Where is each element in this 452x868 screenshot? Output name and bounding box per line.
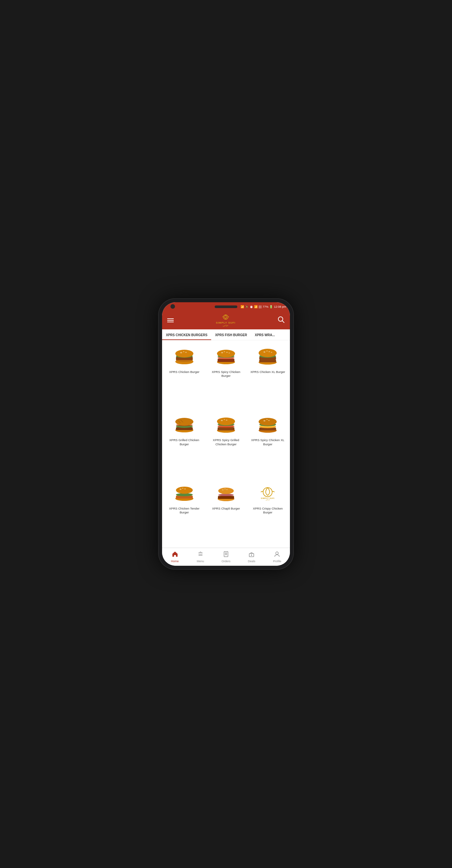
svg-point-9	[183, 351, 184, 352]
home-label: Home	[171, 560, 179, 563]
product-name: XPRS Spicy Grilled Chicken Burger	[207, 438, 244, 446]
tab-fish-burger[interactable]: XPRS FISH BURGER	[211, 330, 251, 340]
screen: 📶 🔕 ⏰ 📶 |||| 77% 🔋 12:08 pm	[162, 302, 290, 566]
product-image	[170, 345, 199, 368]
svg-point-71	[200, 552, 201, 553]
nav-orders[interactable]: Orders	[213, 551, 238, 563]
product-name: XPRS Crispy Chicken Burger	[250, 507, 286, 515]
product-item[interactable]: XPRS Spicy Chicken XL Burger	[248, 411, 287, 476]
svg-point-64	[224, 488, 226, 489]
menu-label: Menu	[197, 560, 204, 563]
svg-point-62	[222, 489, 223, 490]
speaker	[215, 306, 237, 308]
svg-point-6	[175, 350, 193, 358]
svg-point-41	[226, 420, 227, 421]
logo-icon	[221, 314, 230, 321]
product-name: XPRS Spicy Chicken XL Burger	[250, 438, 286, 446]
hamburger-menu-button[interactable]	[167, 318, 174, 322]
product-image	[212, 345, 240, 368]
svg-point-15	[221, 352, 223, 353]
svg-point-50	[266, 419, 268, 420]
svg-point-57	[182, 488, 183, 489]
product-image: SIMPLY SUFI خپاس	[253, 482, 282, 505]
product-name: XPRS Chicken Tender Burger	[166, 507, 202, 515]
svg-point-16	[226, 352, 228, 353]
deals-icon	[248, 551, 255, 559]
product-item[interactable]: XPRS Spicy Grilled Chicken Burger	[206, 411, 246, 476]
svg-point-26	[266, 351, 268, 352]
alarm-icon: ⏰	[250, 305, 253, 308]
product-name: XPRS Grilled Chicken Burger	[166, 438, 202, 446]
product-item[interactable]: XPRS Spicy Chicken Burger	[206, 343, 246, 408]
nav-deals[interactable]: Deals	[239, 551, 264, 563]
product-image	[253, 414, 282, 436]
volume-icon: 🔕	[245, 305, 249, 308]
product-image	[212, 482, 240, 505]
tab-chicken-burgers[interactable]: XPRS CHICKEN BURGERS	[162, 330, 211, 340]
svg-point-61	[218, 488, 234, 494]
search-button[interactable]	[278, 316, 285, 325]
product-name: XPRS Chapli Burger	[212, 507, 240, 510]
svg-point-47	[259, 418, 277, 426]
deals-label: Deals	[248, 560, 255, 563]
svg-rect-59	[218, 496, 234, 499]
svg-rect-20	[259, 360, 276, 362]
product-item[interactable]: XPRS Chicken Tender Burger	[165, 479, 204, 545]
svg-point-56	[184, 488, 186, 489]
svg-line-1	[282, 321, 284, 322]
product-image	[212, 414, 240, 436]
product-item[interactable]: XPRS Chapli Burger	[206, 479, 246, 545]
nav-menu[interactable]: Menu	[188, 551, 213, 563]
signal-bars: ||||	[259, 305, 261, 308]
product-image	[170, 482, 199, 505]
nav-profile[interactable]: Profile	[264, 551, 290, 563]
product-image	[170, 414, 199, 436]
svg-point-55	[180, 489, 182, 490]
category-tabs: XPRS CHICKEN BURGERS XPRS FISH BURGER XP…	[162, 330, 290, 340]
svg-point-25	[269, 351, 270, 352]
product-grid: XPRS Chicken Burger	[162, 340, 290, 548]
app-logo: SIMPLY SUFI خپاس	[216, 314, 235, 327]
svg-point-48	[263, 420, 265, 422]
svg-point-40	[221, 420, 223, 421]
svg-point-7	[180, 352, 182, 353]
svg-point-39	[217, 417, 235, 425]
sim-icon: 📶	[240, 305, 244, 308]
camera	[170, 304, 175, 309]
logo-arabic: خپاس	[223, 324, 228, 327]
hamburger-line-3	[167, 321, 174, 322]
nav-home[interactable]: Home	[162, 551, 188, 563]
svg-text:خپاس: خپاس	[266, 499, 270, 500]
battery-icon: 🔋	[269, 305, 273, 308]
svg-point-79	[276, 552, 278, 554]
tab-wraps[interactable]: XPRS WRA...	[251, 330, 279, 340]
bottom-navigation: Home Menu	[162, 548, 290, 566]
status-icons: 📶 🔕 ⏰ 📶 |||| 77% 🔋 12:08 pm	[240, 305, 286, 308]
svg-point-27	[271, 352, 272, 353]
product-name: XPRS Chicken XL Burger	[250, 370, 285, 374]
orders-icon	[223, 551, 229, 559]
profile-label: Profile	[273, 560, 282, 563]
phone-frame: 📶 🔕 ⏰ 📶 |||| 77% 🔋 12:08 pm	[158, 299, 294, 569]
svg-point-42	[224, 419, 225, 420]
svg-point-24	[263, 351, 265, 352]
svg-point-32	[175, 418, 193, 426]
product-item[interactable]: XPRS Chicken XL Burger	[248, 343, 287, 408]
product-name: XPRS Chicken Burger	[169, 370, 199, 374]
product-item[interactable]: XPRS Chicken Burger	[165, 343, 204, 408]
svg-point-8	[185, 352, 187, 353]
svg-point-60	[218, 494, 234, 496]
product-item[interactable]: XPRS Grilled Chicken Burger	[165, 411, 204, 476]
svg-point-63	[226, 489, 228, 490]
product-image	[253, 345, 282, 368]
time: 12:08 pm	[274, 305, 286, 308]
product-name: XPRS Spicy Chicken Burger	[207, 370, 244, 378]
wifi-icon: 📶	[254, 305, 258, 308]
hamburger-line-1	[167, 318, 174, 319]
svg-point-23	[259, 349, 277, 357]
product-item[interactable]: SIMPLY SUFI خپاس XPRS Crispy Chicken Bur…	[248, 479, 287, 545]
hamburger-line-2	[167, 320, 174, 321]
svg-rect-72	[224, 552, 228, 557]
svg-point-17	[224, 351, 225, 352]
svg-point-14	[217, 350, 235, 358]
